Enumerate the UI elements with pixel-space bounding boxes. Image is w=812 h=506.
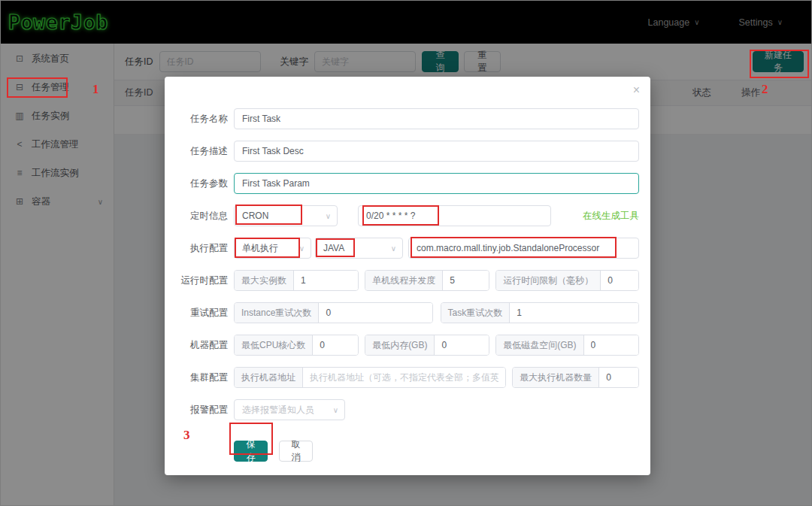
task-param-label: 任务参数 bbox=[177, 177, 228, 190]
task-retry-addon: Task重试次数 bbox=[441, 303, 511, 323]
min-disk-group: 最低磁盘空间(GB) bbox=[495, 335, 639, 356]
min-memory-addon: 最低内存(GB) bbox=[365, 335, 435, 355]
exec-mode-value: 单机执行 bbox=[242, 242, 278, 255]
time-limit-group: 运行时间限制（毫秒） bbox=[495, 270, 639, 291]
new-task-modal: × 任务名称 任务描述 任务参数 定时信息 CRON ∨ bbox=[165, 77, 650, 475]
time-limit-input[interactable] bbox=[601, 271, 638, 290]
machine-config-label: 机器配置 bbox=[177, 339, 228, 352]
exec-config-label: 执行配置 bbox=[177, 242, 228, 255]
instance-retry-group: Instance重试次数 bbox=[234, 302, 433, 323]
instance-retry-input[interactable] bbox=[319, 303, 432, 323]
max-instance-input[interactable] bbox=[294, 271, 358, 290]
cancel-button[interactable]: 取消 bbox=[279, 441, 313, 462]
task-param-input[interactable] bbox=[234, 173, 639, 194]
alarm-notify-placeholder: 选择报警通知人员 bbox=[242, 404, 314, 417]
retry-config-label: 重试配置 bbox=[177, 307, 228, 320]
max-worker-input[interactable] bbox=[599, 368, 638, 387]
alarm-config-label: 报警配置 bbox=[177, 404, 228, 417]
min-memory-input[interactable] bbox=[435, 335, 489, 355]
alarm-notify-select[interactable]: 选择报警通知人员 ∨ bbox=[234, 399, 345, 420]
processor-type-select[interactable]: JAVA ∨ bbox=[315, 238, 403, 259]
max-worker-addon: 最大执行机器数量 bbox=[513, 368, 599, 387]
task-desc-input[interactable] bbox=[234, 141, 639, 162]
max-worker-group: 最大执行机器数量 bbox=[512, 367, 639, 388]
processor-info-input[interactable] bbox=[408, 238, 639, 259]
chevron-down-icon: ∨ bbox=[391, 244, 396, 253]
cluster-config-label: 集群配置 bbox=[177, 371, 228, 384]
task-name-label: 任务名称 bbox=[177, 113, 228, 126]
min-memory-group: 最低内存(GB) bbox=[365, 335, 489, 356]
runtime-config-label: 运行时配置 bbox=[177, 274, 228, 287]
min-cpu-group: 最低CPU核心数 bbox=[234, 335, 359, 356]
schedule-type-select[interactable]: CRON ∨ bbox=[234, 205, 338, 226]
chevron-down-icon: ∨ bbox=[333, 406, 338, 414]
thread-concurrency-addon: 单机线程并发度 bbox=[365, 271, 443, 290]
chevron-down-icon: ∨ bbox=[299, 244, 304, 253]
app-window: PowerJob Language ∨ Settings ∨ ⊡ 系统首页 ⊟ … bbox=[0, 0, 812, 506]
task-retry-input[interactable] bbox=[510, 303, 638, 323]
schedule-type-value: CRON bbox=[242, 211, 268, 221]
cron-generator-link[interactable]: 在线生成工具 bbox=[583, 210, 639, 223]
cron-expression-input[interactable] bbox=[358, 205, 551, 226]
exec-mode-select[interactable]: 单机执行 ∨ bbox=[234, 238, 311, 259]
max-instance-group: 最大实例数 bbox=[234, 270, 359, 291]
time-limit-addon: 运行时间限制（毫秒） bbox=[496, 271, 601, 290]
min-cpu-input[interactable] bbox=[313, 335, 358, 355]
worker-address-input[interactable] bbox=[303, 368, 505, 387]
min-cpu-addon: 最低CPU核心数 bbox=[235, 335, 313, 355]
worker-address-addon: 执行机器地址 bbox=[235, 368, 303, 387]
schedule-label: 定时信息 bbox=[177, 210, 228, 223]
task-desc-label: 任务描述 bbox=[177, 145, 228, 158]
chevron-down-icon: ∨ bbox=[326, 212, 331, 220]
task-name-input[interactable] bbox=[234, 108, 639, 129]
processor-type-value: JAVA bbox=[323, 243, 344, 253]
close-icon[interactable]: × bbox=[633, 84, 640, 96]
instance-retry-addon: Instance重试次数 bbox=[235, 303, 319, 323]
thread-concurrency-input[interactable] bbox=[443, 271, 489, 290]
min-disk-addon: 最低磁盘空间(GB) bbox=[496, 335, 583, 355]
task-retry-group: Task重试次数 bbox=[441, 302, 640, 323]
thread-concurrency-group: 单机线程并发度 bbox=[365, 270, 489, 291]
max-instance-addon: 最大实例数 bbox=[235, 271, 294, 290]
save-button[interactable]: 保存 bbox=[234, 441, 268, 462]
min-disk-input[interactable] bbox=[584, 335, 638, 355]
worker-address-group: 执行机器地址 bbox=[234, 367, 506, 388]
